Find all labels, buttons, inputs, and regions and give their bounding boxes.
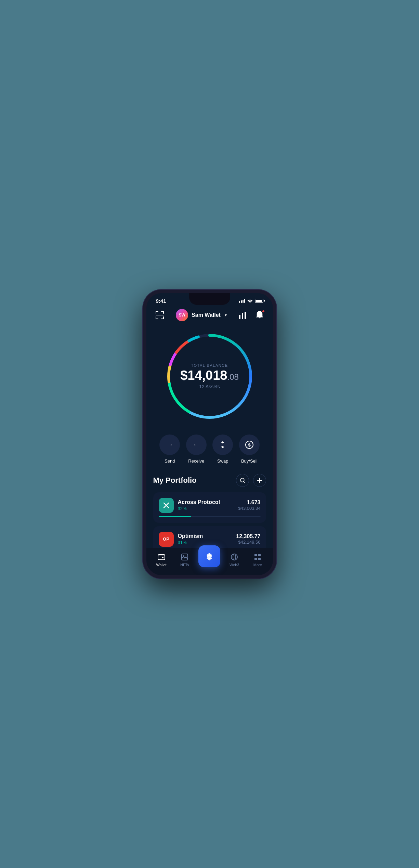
wallet-nav-icon <box>157 553 166 561</box>
add-asset-button[interactable] <box>253 474 266 487</box>
svg-rect-9 <box>239 315 240 319</box>
header-actions <box>236 309 266 321</box>
battery-icon <box>255 299 263 303</box>
avatar: SW <box>176 309 188 321</box>
bar-chart-icon <box>238 311 247 319</box>
web3-nav-label: Web3 <box>230 563 239 567</box>
search-icon <box>240 478 245 483</box>
svg-rect-5 <box>156 316 156 319</box>
notification-button[interactable] <box>253 309 266 321</box>
buysell-label: Buy/Sell <box>241 458 258 464</box>
across-amount: 1.673 <box>238 500 260 506</box>
app-content: SW Sam Wallet ▾ <box>146 306 273 575</box>
svg-point-26 <box>209 554 210 555</box>
more-nav-icon <box>253 553 262 561</box>
assets-count: 12 Assets <box>180 384 239 389</box>
nav-nfts[interactable]: NFTs <box>175 553 194 567</box>
buysell-button[interactable]: $ Buy/Sell <box>239 435 260 464</box>
svg-rect-30 <box>254 554 257 556</box>
across-pct: 32% <box>178 506 220 511</box>
across-progress-bar <box>159 516 261 517</box>
scan-icon <box>155 310 165 320</box>
optimism-amount: 12,305.77 <box>236 533 260 540</box>
portfolio-title: My Portfolio <box>153 476 197 485</box>
center-action-icon <box>205 552 214 561</box>
status-time: 9:41 <box>156 298 166 304</box>
swap-button[interactable]: Swap <box>212 435 233 464</box>
portfolio-actions <box>236 474 266 487</box>
scan-button[interactable] <box>153 309 166 322</box>
app-header: SW Sam Wallet ▾ <box>146 306 273 325</box>
center-action-button[interactable] <box>198 545 220 567</box>
receive-icon-circle: ← <box>186 435 207 455</box>
svg-rect-1 <box>156 311 156 314</box>
optimism-usd: $42,149.56 <box>236 540 260 545</box>
phone-shell: 9:41 <box>143 290 276 579</box>
notch <box>189 293 230 305</box>
nav-wallet[interactable]: Wallet <box>152 553 171 567</box>
svg-rect-8 <box>156 315 164 315</box>
optimism-icon: OP <box>159 532 174 547</box>
optimism-name: Optimism <box>178 533 203 539</box>
swap-label: Swap <box>217 458 228 464</box>
optimism-pct: 31% <box>178 540 203 545</box>
swap-icon-circle <box>212 435 233 455</box>
search-button[interactable] <box>236 474 249 487</box>
plus-icon <box>257 478 262 483</box>
receive-button[interactable]: ← Receive <box>186 435 207 464</box>
svg-rect-33 <box>258 558 261 560</box>
chevron-down-icon: ▾ <box>225 313 227 318</box>
balance-cents: .08 <box>227 372 239 381</box>
more-nav-label: More <box>253 563 262 567</box>
send-icon-circle: → <box>159 435 180 455</box>
send-label: Send <box>165 458 175 464</box>
action-buttons: → Send ← Receive Swap $ <box>146 431 273 470</box>
send-button[interactable]: → Send <box>159 435 180 464</box>
svg-rect-10 <box>242 313 243 319</box>
nav-web3[interactable]: Web3 <box>225 553 244 567</box>
balance-whole: $14,018.08 <box>180 369 239 382</box>
svg-text:$: $ <box>248 442 251 448</box>
status-icons <box>239 299 263 303</box>
balance-label: TOTAL BALANCE <box>180 363 239 367</box>
balance-circle: TOTAL BALANCE $14,018.08 12 Assets <box>162 328 258 424</box>
wifi-icon <box>247 299 253 303</box>
svg-rect-23 <box>162 557 163 558</box>
bottom-nav: Wallet NFTs <box>146 548 273 575</box>
wallet-nav-label: Wallet <box>156 563 167 567</box>
svg-point-27 <box>209 558 210 559</box>
notification-badge <box>262 310 265 313</box>
balance-display: TOTAL BALANCE $14,018.08 12 Assets <box>180 363 239 389</box>
receive-label: Receive <box>188 458 204 464</box>
svg-rect-32 <box>254 558 257 560</box>
signal-icon <box>239 299 245 303</box>
web3-nav-icon <box>230 553 238 561</box>
asset-card-across[interactable]: Across Protocol 32% 1.673 $43,003.34 <box>153 492 266 523</box>
across-name: Across Protocol <box>178 499 220 505</box>
buysell-icon: $ <box>245 440 254 449</box>
across-usd: $43,003.34 <box>238 506 260 511</box>
svg-rect-31 <box>258 554 261 556</box>
nfts-nav-label: NFTs <box>180 563 189 567</box>
user-name: Sam Wallet <box>192 312 221 318</box>
nfts-nav-icon <box>181 553 189 561</box>
nav-more[interactable]: More <box>248 553 267 567</box>
portfolio-header: My Portfolio <box>153 474 266 487</box>
user-selector[interactable]: SW Sam Wallet ▾ <box>176 309 227 321</box>
svg-rect-7 <box>163 316 164 319</box>
svg-rect-11 <box>245 312 246 319</box>
chart-button[interactable] <box>236 309 249 321</box>
swap-arrows-icon <box>219 441 226 449</box>
svg-rect-3 <box>163 311 164 314</box>
across-x-icon <box>162 502 170 509</box>
buysell-icon-circle: $ <box>239 435 260 455</box>
balance-section: TOTAL BALANCE $14,018.08 12 Assets <box>146 325 273 431</box>
svg-rect-22 <box>158 555 165 560</box>
across-icon <box>159 498 174 513</box>
